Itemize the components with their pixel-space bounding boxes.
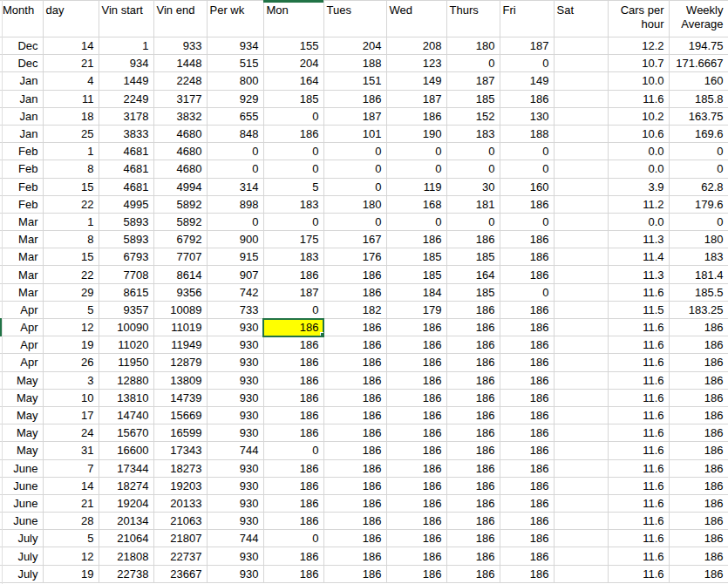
cell[interactable]: 101: [323, 125, 386, 142]
cell[interactable]: 167: [323, 231, 386, 248]
cell[interactable]: 186: [323, 336, 386, 354]
cell[interactable]: 186: [500, 424, 554, 442]
cell[interactable]: 11.4: [608, 248, 669, 266]
cell[interactable]: 186: [669, 513, 728, 530]
column-header-sat[interactable]: Sat: [554, 1, 608, 37]
cell[interactable]: 848: [207, 125, 263, 142]
cell[interactable]: 930: [207, 477, 263, 494]
cell[interactable]: 11950: [99, 354, 153, 371]
cell[interactable]: 930: [207, 389, 263, 406]
cell[interactable]: 0: [263, 160, 323, 178]
cell[interactable]: 22: [43, 266, 99, 283]
cell[interactable]: 30: [446, 178, 500, 195]
cell[interactable]: 0.0: [608, 160, 669, 178]
cell[interactable]: 186: [669, 530, 728, 547]
cell[interactable]: 11019: [153, 319, 207, 336]
cell[interactable]: 0: [263, 530, 323, 547]
cell[interactable]: 8615: [99, 283, 153, 301]
cell[interactable]: 186: [446, 319, 500, 336]
cell[interactable]: 186: [386, 530, 446, 547]
cell[interactable]: 930: [207, 371, 263, 389]
cell[interactable]: Apr: [0, 336, 43, 354]
cell[interactable]: 186: [386, 231, 446, 248]
cell[interactable]: 29: [43, 283, 99, 301]
cell[interactable]: 185.5: [669, 283, 728, 301]
cell[interactable]: 9357: [99, 301, 153, 318]
cell[interactable]: 180: [446, 37, 500, 55]
cell[interactable]: [554, 55, 608, 72]
cell[interactable]: 186: [263, 125, 323, 142]
cell[interactable]: 0: [446, 143, 500, 160]
cell[interactable]: 0: [323, 178, 386, 195]
cell[interactable]: [554, 213, 608, 230]
cell[interactable]: Dec: [0, 55, 43, 72]
cell[interactable]: 21064: [99, 530, 153, 547]
cell[interactable]: 186: [500, 248, 554, 266]
selected-cell[interactable]: 186: [263, 319, 323, 336]
cell[interactable]: 208: [386, 37, 446, 55]
cell[interactable]: 14739: [153, 389, 207, 406]
cell[interactable]: 0: [323, 143, 386, 160]
cell[interactable]: 186: [323, 494, 386, 512]
cell[interactable]: 184: [386, 283, 446, 301]
cell[interactable]: 21808: [99, 547, 153, 565]
cell[interactable]: 4995: [99, 195, 153, 213]
cell[interactable]: 0: [500, 213, 554, 230]
cell[interactable]: 11.6: [608, 354, 669, 371]
cell[interactable]: 20133: [153, 494, 207, 512]
cell[interactable]: 186: [500, 266, 554, 283]
cell[interactable]: 4681: [99, 143, 153, 160]
cell[interactable]: 930: [207, 494, 263, 512]
cell[interactable]: 186: [500, 494, 554, 512]
cell[interactable]: 186: [446, 336, 500, 354]
cell[interactable]: Jan: [0, 125, 43, 142]
cell[interactable]: 186: [386, 565, 446, 582]
cell[interactable]: 10.7: [608, 55, 669, 72]
column-header-mon[interactable]: Mon: [263, 1, 323, 37]
cell[interactable]: 186: [669, 565, 728, 582]
cell[interactable]: [554, 565, 608, 582]
cell[interactable]: 188: [323, 55, 386, 72]
cell[interactable]: 17343: [153, 442, 207, 459]
cell[interactable]: 1: [43, 143, 99, 160]
cell[interactable]: June: [0, 477, 43, 494]
cell[interactable]: 31: [43, 442, 99, 459]
cell[interactable]: [554, 530, 608, 547]
cell[interactable]: 186: [323, 530, 386, 547]
cell[interactable]: 155: [263, 37, 323, 55]
cell[interactable]: 152: [446, 107, 500, 125]
cell[interactable]: [554, 143, 608, 160]
cell[interactable]: [554, 354, 608, 371]
cell[interactable]: June: [0, 513, 43, 530]
cell[interactable]: Apr: [0, 319, 43, 336]
cell[interactable]: May: [0, 389, 43, 406]
cell[interactable]: 0: [263, 442, 323, 459]
cell[interactable]: Dec: [0, 37, 43, 55]
cell[interactable]: 22737: [153, 547, 207, 565]
cell[interactable]: 5: [43, 301, 99, 318]
cell[interactable]: Mar: [0, 248, 43, 266]
cell[interactable]: 0: [500, 143, 554, 160]
cell[interactable]: 14: [43, 37, 99, 55]
cell[interactable]: 900: [207, 231, 263, 248]
column-header-tues[interactable]: Tues: [323, 1, 386, 37]
cell[interactable]: 0: [669, 160, 728, 178]
cell[interactable]: 11.6: [608, 530, 669, 547]
cell[interactable]: 10090: [99, 319, 153, 336]
cell[interactable]: [554, 90, 608, 107]
cell[interactable]: 16599: [153, 424, 207, 442]
cell[interactable]: 186: [446, 442, 500, 459]
cell[interactable]: 21063: [153, 513, 207, 530]
cell[interactable]: [554, 513, 608, 530]
cell[interactable]: 0: [323, 213, 386, 230]
cell[interactable]: May: [0, 424, 43, 442]
cell[interactable]: 3178: [99, 107, 153, 125]
cell[interactable]: 12880: [99, 371, 153, 389]
cell[interactable]: 186: [323, 442, 386, 459]
cell[interactable]: 314: [207, 178, 263, 195]
cell[interactable]: 185: [446, 248, 500, 266]
cell[interactable]: 186: [323, 513, 386, 530]
column-header-vin-end[interactable]: Vin end: [153, 1, 207, 37]
cell[interactable]: June: [0, 494, 43, 512]
cell[interactable]: 186: [386, 547, 446, 565]
